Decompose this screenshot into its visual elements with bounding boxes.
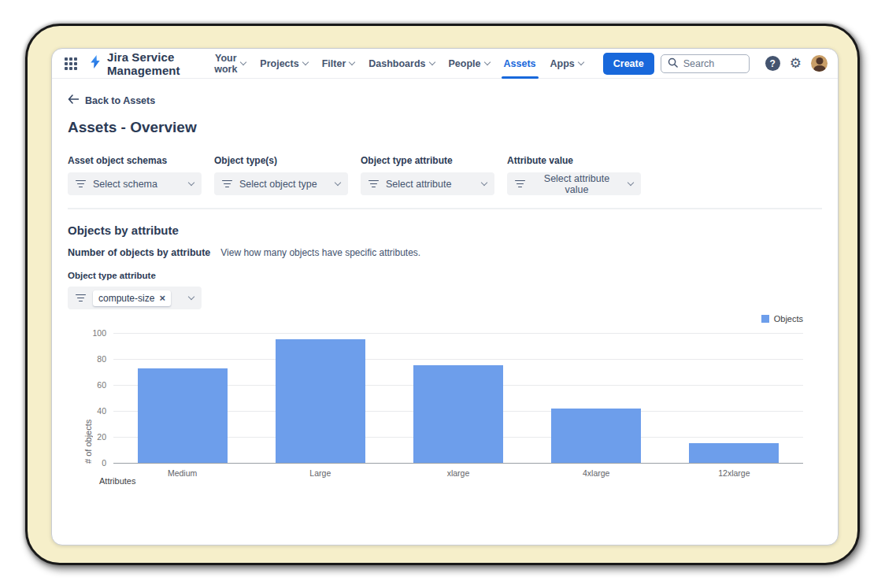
filter-label: Object type(s) — [214, 155, 348, 166]
legend-swatch — [761, 315, 769, 323]
primary-nav: Your work Projects Filter Dashboards Peo… — [209, 50, 589, 78]
chevron-down-icon — [428, 59, 435, 65]
legend-label: Objects — [774, 314, 803, 324]
filter-icon — [368, 180, 379, 188]
page-content: Back to Assets Assets - Overview Asset o… — [52, 79, 838, 490]
x-tick-label: 4xlarge — [583, 468, 609, 478]
y-tick-label: 40 — [97, 406, 106, 416]
jira-bolt-icon — [89, 55, 102, 72]
filter-group-attribute-value: Attribute value Select attribute value — [507, 155, 641, 195]
chevron-down-icon — [628, 179, 634, 186]
gear-icon[interactable]: ⚙ — [790, 57, 802, 70]
attribute-filter-label: Object type attribute — [68, 271, 822, 280]
bar-4xlarge[interactable] — [551, 409, 641, 463]
search-icon — [668, 57, 678, 71]
chart-name: Number of objects by attribute — [68, 247, 210, 258]
top-navigation: Jira Service Management Your work Projec… — [52, 49, 838, 79]
filter-group-attribute: Object type attribute Select attribute — [361, 155, 494, 195]
chevron-down-icon — [578, 59, 584, 65]
chevron-down-icon — [188, 179, 194, 186]
y-tick-label: 100 — [92, 328, 106, 338]
back-to-assets-link[interactable]: Back to Assets — [68, 94, 155, 106]
chevron-down-icon — [302, 59, 308, 65]
objects-by-attribute-chart: Objects # of objects 020406080100MediumL… — [68, 311, 822, 490]
page-title: Assets - Overview — [68, 119, 822, 136]
nav-assets-active[interactable]: Assets — [498, 55, 542, 72]
nav-dashboards[interactable]: Dashboards — [363, 55, 439, 72]
object-type-select[interactable]: Select object type — [214, 172, 348, 195]
app-switcher-icon[interactable] — [62, 55, 80, 72]
back-arrow-icon — [68, 94, 79, 106]
y-tick-label: 0 — [102, 458, 106, 468]
avatar[interactable] — [811, 55, 828, 72]
section-title: Objects by attribute — [68, 224, 822, 237]
y-tick-label: 20 — [97, 432, 106, 442]
x-tick-label: Medium — [168, 468, 197, 478]
bar-Medium[interactable] — [138, 368, 228, 463]
x-tick-label: Large — [309, 468, 331, 478]
product-logo[interactable]: Jira Service Management — [89, 50, 191, 77]
nav-right-icons: ? ⚙ — [765, 55, 828, 72]
chevron-down-icon — [481, 179, 487, 186]
chevron-down-icon — [240, 59, 246, 65]
schema-select[interactable]: Select schema — [68, 172, 202, 195]
selected-attribute-chip[interactable]: compute-size × — [93, 290, 171, 306]
y-tick-label: 60 — [97, 380, 106, 390]
chevron-down-icon — [349, 59, 355, 65]
x-tick-label: xlarge — [447, 468, 470, 478]
nav-people[interactable]: People — [443, 55, 495, 72]
search-input[interactable] — [683, 58, 742, 69]
global-search[interactable] — [661, 54, 750, 73]
filter-row: Asset object schemas Select schema Objec… — [68, 155, 822, 195]
chart-legend: Objects — [761, 314, 803, 324]
chart-attribute-select[interactable]: compute-size × — [68, 287, 202, 309]
filter-label: Object type attribute — [361, 155, 494, 166]
divider — [68, 208, 822, 209]
attribute-value-select[interactable]: Select attribute value — [507, 172, 641, 195]
nav-apps[interactable]: Apps — [545, 55, 589, 72]
section-subtitle: Number of objects by attribute View how … — [68, 247, 822, 258]
filter-icon — [222, 180, 232, 188]
product-title: Jira Service Management — [107, 50, 191, 77]
attribute-select[interactable]: Select attribute — [361, 172, 494, 195]
filter-label: Attribute value — [507, 155, 641, 166]
plot-area: 020406080100MediumLargexlarge4xlarge12xl… — [113, 333, 803, 464]
x-axis-title: Attributes — [99, 476, 135, 486]
decorative-frame: Jira Service Management Your work Projec… — [25, 24, 860, 565]
app-window: Jira Service Management Your work Projec… — [51, 48, 839, 545]
nav-filter[interactable]: Filter — [317, 55, 361, 72]
y-tick-label: 80 — [97, 354, 106, 364]
chevron-down-icon — [188, 294, 194, 300]
chevron-down-icon — [335, 179, 341, 186]
bar-Large[interactable] — [276, 339, 365, 463]
remove-chip-icon[interactable]: × — [159, 293, 165, 303]
filter-group-schemas: Asset object schemas Select schema — [68, 155, 202, 195]
nav-projects[interactable]: Projects — [254, 55, 313, 72]
chart-description: View how many objects have specific attr… — [220, 247, 420, 258]
y-axis-title: # of objects — [83, 333, 93, 464]
filter-label: Asset object schemas — [68, 155, 202, 166]
help-icon[interactable]: ? — [765, 56, 780, 71]
filter-group-object-types: Object type(s) Select object type — [214, 155, 348, 195]
gridline — [113, 359, 803, 360]
nav-your-work[interactable]: Your work — [209, 50, 251, 78]
filter-icon — [76, 180, 86, 188]
gridline — [113, 333, 803, 334]
chevron-down-icon — [483, 59, 490, 65]
bar-xlarge[interactable] — [413, 365, 503, 463]
filter-icon — [515, 180, 525, 188]
filter-icon — [76, 294, 86, 302]
x-tick-label: 12xlarge — [718, 468, 750, 478]
create-button[interactable]: Create — [603, 53, 654, 75]
bar-12xlarge[interactable] — [689, 443, 779, 463]
